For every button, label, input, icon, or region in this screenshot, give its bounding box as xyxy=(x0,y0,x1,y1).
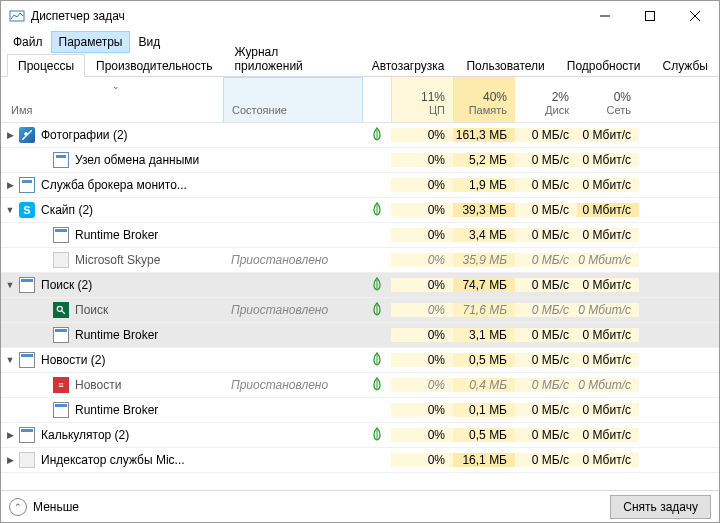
tab-startup[interactable]: Автозагрузка xyxy=(361,54,456,76)
net-cell: 0 Мбит/с xyxy=(577,153,639,167)
tab-details[interactable]: Подробности xyxy=(556,54,652,76)
mem-cell: 0,5 МБ xyxy=(453,353,515,367)
header-state[interactable]: Состояние xyxy=(223,77,363,122)
menu-file[interactable]: Файл xyxy=(5,31,51,53)
name-cell: Поиск xyxy=(19,302,223,318)
name-cell: Runtime Broker xyxy=(19,327,223,343)
node-icon xyxy=(19,177,35,193)
skype-icon: S xyxy=(19,202,35,218)
maximize-button[interactable] xyxy=(627,1,672,31)
disk-cell: 0 МБ/с xyxy=(515,228,577,242)
expand-toggle[interactable]: ▶ xyxy=(1,130,19,140)
app-icon xyxy=(9,8,25,24)
process-name: Новости (2) xyxy=(41,353,105,367)
cpu-cell: 0% xyxy=(391,178,453,192)
cpu-cell: 0% xyxy=(391,403,453,417)
app-icon xyxy=(53,327,69,343)
svg-rect-0 xyxy=(10,11,24,21)
process-name: Фотографии (2) xyxy=(41,128,128,142)
app-icon xyxy=(19,277,35,293)
net-cell: 0 Мбит/с xyxy=(577,228,639,242)
leaf-icon xyxy=(371,352,383,369)
mem-cell: 0,4 МБ xyxy=(453,378,515,392)
tab-users[interactable]: Пользователи xyxy=(455,54,555,76)
table-row[interactable]: Узел обмена данными0%5,2 МБ0 МБ/с0 Мбит/… xyxy=(1,148,719,173)
expand-toggle[interactable]: ▼ xyxy=(1,355,19,365)
header-network[interactable]: 0%Сеть xyxy=(577,77,639,122)
expand-toggle[interactable]: ▶ xyxy=(1,430,19,440)
process-name: Поиск xyxy=(75,303,108,317)
expand-toggle[interactable]: ▶ xyxy=(1,180,19,190)
table-row[interactable]: ▼Новости (2)0%0,5 МБ0 МБ/с0 Мбит/с xyxy=(1,348,719,373)
disk-cell: 0 МБ/с xyxy=(515,278,577,292)
table-row[interactable]: ≡НовостиПриостановлено0%0,4 МБ0 МБ/с0 Мб… xyxy=(1,373,719,398)
tab-processes[interactable]: Процессы xyxy=(7,54,85,77)
name-cell: Runtime Broker xyxy=(19,402,223,418)
process-name: Runtime Broker xyxy=(75,328,158,342)
net-cell: 0 Мбит/с xyxy=(577,403,639,417)
table-row[interactable]: ▼SСкайп (2)0%39,3 МБ0 МБ/с0 Мбит/с xyxy=(1,198,719,223)
cpu-cell: 0% xyxy=(391,428,453,442)
expand-toggle[interactable]: ▼ xyxy=(1,280,19,290)
name-cell: Microsoft Skype xyxy=(19,252,223,268)
news-icon: ≡ xyxy=(53,377,69,393)
expand-toggle[interactable]: ▶ xyxy=(1,455,19,465)
table-row[interactable]: ▶Калькулятор (2)0%0,5 МБ0 МБ/с0 Мбит/с xyxy=(1,423,719,448)
cpu-cell: 0% xyxy=(391,378,453,392)
leaf-indicator xyxy=(363,427,391,444)
mem-cell: 1,9 МБ xyxy=(453,178,515,192)
cpu-cell: 0% xyxy=(391,253,453,267)
blank-icon xyxy=(19,452,35,468)
process-name: Скайп (2) xyxy=(41,203,93,217)
mem-cell: 3,1 МБ xyxy=(453,328,515,342)
disk-cell: 0 МБ/с xyxy=(515,328,577,342)
leaf-indicator xyxy=(363,352,391,369)
process-name: Индексатор службы Mic... xyxy=(41,453,185,467)
search-icon xyxy=(53,302,69,318)
process-name: Runtime Broker xyxy=(75,403,158,417)
leaf-icon xyxy=(371,377,383,394)
name-cell: Индексатор службы Mic... xyxy=(19,452,223,468)
leaf-icon xyxy=(371,302,383,319)
leaf-icon xyxy=(371,427,383,444)
state-cell: Приостановлено xyxy=(223,253,363,267)
net-cell: 0 Мбит/с xyxy=(577,453,639,467)
mem-cell: 71,6 МБ xyxy=(453,303,515,317)
disk-cell: 0 МБ/с xyxy=(515,128,577,142)
table-row[interactable]: ▶Индексатор службы Mic...0%16,1 МБ0 МБ/с… xyxy=(1,448,719,473)
leaf-indicator xyxy=(363,377,391,394)
expand-toggle[interactable]: ▼ xyxy=(1,205,19,215)
tab-apphistory[interactable]: Журнал приложений xyxy=(224,40,361,76)
mem-cell: 3,4 МБ xyxy=(453,228,515,242)
header-memory[interactable]: 40%Память xyxy=(453,77,515,122)
app-icon xyxy=(53,227,69,243)
end-task-button[interactable]: Снять задачу xyxy=(610,495,711,519)
table-row[interactable]: ▼Поиск (2)0%74,7 МБ0 МБ/с0 Мбит/с xyxy=(1,273,719,298)
close-button[interactable] xyxy=(672,1,717,31)
fewer-details-button[interactable]: ⌃ Меньше xyxy=(9,498,610,516)
tab-services[interactable]: Службы xyxy=(652,54,719,76)
menu-options[interactable]: Параметры xyxy=(51,31,131,53)
disk-cell: 0 МБ/с xyxy=(515,178,577,192)
net-cell: 0 Мбит/с xyxy=(577,303,639,317)
tab-performance[interactable]: Производительность xyxy=(85,54,223,76)
table-row[interactable]: Runtime Broker0%3,1 МБ0 МБ/с0 Мбит/с xyxy=(1,323,719,348)
table-row[interactable]: ПоискПриостановлено0%71,6 МБ0 МБ/с0 Мбит… xyxy=(1,298,719,323)
table-row[interactable]: ▶Фотографии (2)0%161,3 МБ0 МБ/с0 Мбит/с xyxy=(1,123,719,148)
minimize-button[interactable] xyxy=(582,1,627,31)
window-title: Диспетчер задач xyxy=(31,9,582,23)
table-row[interactable]: Microsoft SkypeПриостановлено0%35,9 МБ0 … xyxy=(1,248,719,273)
header-name[interactable]: ⌄ Имя xyxy=(1,77,223,122)
process-list[interactable]: ▶Фотографии (2)0%161,3 МБ0 МБ/с0 Мбит/сУ… xyxy=(1,123,719,490)
cpu-cell: 0% xyxy=(391,453,453,467)
table-row[interactable]: Runtime Broker0%3,4 МБ0 МБ/с0 Мбит/с xyxy=(1,223,719,248)
disk-cell: 0 МБ/с xyxy=(515,378,577,392)
table-row[interactable]: Runtime Broker0%0,1 МБ0 МБ/с0 Мбит/с xyxy=(1,398,719,423)
header-disk[interactable]: 2%Диск xyxy=(515,77,577,122)
mem-cell: 39,3 МБ xyxy=(453,203,515,217)
net-cell: 0 Мбит/с xyxy=(577,428,639,442)
disk-cell: 0 МБ/с xyxy=(515,203,577,217)
table-row[interactable]: ▶Служба брокера монито...0%1,9 МБ0 МБ/с0… xyxy=(1,173,719,198)
header-cpu[interactable]: 11%ЦП xyxy=(391,77,453,122)
menu-view[interactable]: Вид xyxy=(130,31,168,53)
